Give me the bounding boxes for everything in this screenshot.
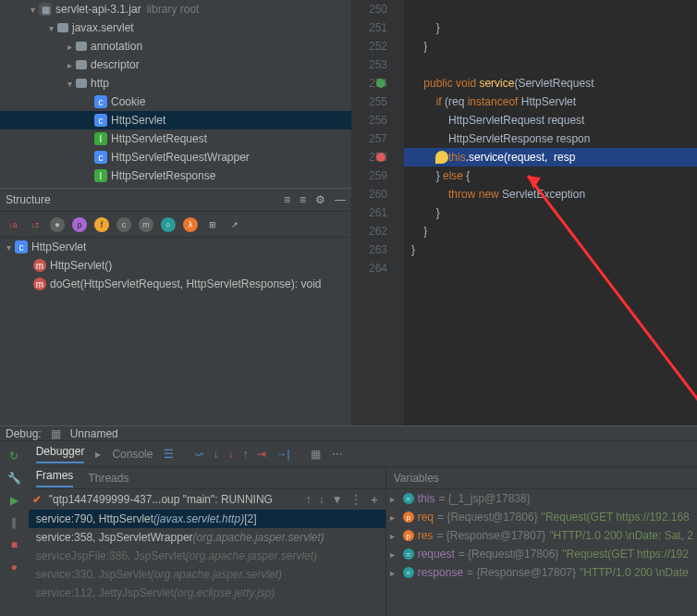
stack-frame[interactable]: service:330, JspServlet (org.apache.jasp… (29, 565, 385, 584)
threads-icon[interactable]: ☰ (164, 448, 174, 461)
run-to-cursor-button[interactable]: →| (275, 448, 289, 461)
stop-button[interactable]: ■ (6, 537, 21, 552)
drop-frame-button[interactable]: ⇥ (257, 448, 266, 461)
gutter-line[interactable]: 257 (352, 129, 387, 148)
resume-button[interactable]: ▶ (6, 493, 21, 508)
chevron-right-icon[interactable] (65, 42, 74, 52)
chevron-right-icon[interactable]: ▸ (390, 568, 399, 578)
filter-frames-button[interactable]: ▼ (332, 493, 343, 506)
gutter-line[interactable]: 263 (352, 240, 387, 259)
chevron-right-icon[interactable]: ▸ (390, 512, 399, 523)
thread-name[interactable]: "qtp1447499999-437...oup "main": RUNNING (49, 493, 299, 506)
code-line[interactable] (404, 55, 697, 74)
gutter-line[interactable]: 258 (352, 148, 387, 166)
chevron-down-icon[interactable] (28, 5, 37, 15)
chevron-right-icon[interactable]: ▸ (390, 494, 399, 504)
collapse-icon[interactable]: ≡ (300, 193, 306, 206)
pause-button[interactable]: ∥ (6, 515, 21, 530)
tab-threads[interactable]: Threads (88, 472, 128, 485)
gutter-line[interactable]: 254 (352, 74, 387, 92)
chevron-right-icon[interactable]: ▸ (390, 549, 399, 560)
gutter-line[interactable]: 264 (352, 259, 387, 277)
editor-gutter[interactable]: 2502512522532542552562572582592602612622… (352, 0, 404, 425)
breakpoint-icon[interactable] (376, 153, 385, 162)
code-line[interactable]: } (404, 37, 697, 55)
view-breakpoints-button[interactable]: ● (6, 560, 21, 574)
structure-class[interactable]: HttpServlet (31, 240, 86, 253)
stack-frame[interactable]: service:790, HttpServlet (javax.servlet.… (29, 510, 385, 528)
code-line[interactable]: } (404, 18, 697, 37)
sort-az-icon[interactable]: ↓a (6, 217, 20, 232)
gutter-line[interactable]: 253 (352, 55, 387, 74)
code-line[interactable]: } (404, 240, 697, 259)
gutter-line[interactable]: 260 (352, 185, 387, 203)
filter-lambda-icon[interactable]: λ (183, 217, 198, 232)
chevron-down-icon[interactable] (65, 79, 74, 89)
chevron-down-icon[interactable] (4, 242, 13, 253)
tree-jar[interactable]: servlet-api-3.1.jar (55, 3, 141, 16)
project-tree[interactable]: ▦servlet-api-3.1.jarlibrary root javax.s… (0, 0, 351, 188)
tree-package[interactable]: javax.servlet (72, 21, 134, 34)
code-line[interactable]: public void service(ServletRequest (404, 74, 697, 92)
prev-frame-button[interactable]: ↑ (306, 493, 312, 506)
code-line[interactable]: } (404, 203, 697, 222)
gutter-line[interactable]: 250 (352, 0, 387, 18)
structure-tree[interactable]: cHttpServlet mHttpServlet() mdoGet(HttpS… (0, 238, 351, 425)
more-button[interactable]: ⋯ (332, 448, 343, 461)
stack-frame[interactable]: serviceJspFile:386, JspServlet (org.apac… (29, 547, 385, 565)
structure-member[interactable]: doGet(HttpServletRequest, HttpServletRes… (50, 277, 321, 290)
chevron-right-icon[interactable]: ▸ (390, 531, 399, 541)
chevron-right-icon[interactable] (65, 60, 74, 70)
variable-row[interactable]: ▸preq = {Request@17806} "Request(GET htt… (386, 508, 697, 526)
minimize-icon[interactable]: — (335, 193, 346, 206)
stack-frame[interactable]: service:112, JettyJspServlet (org.eclips… (29, 584, 385, 602)
gutter-line[interactable]: 256 (352, 111, 387, 129)
variable-row[interactable]: ▸=request = {Request@17806} "Request(GET… (386, 545, 697, 563)
filter-cyan-icon[interactable]: ○ (161, 217, 176, 232)
chevron-down-icon[interactable] (46, 23, 55, 33)
code-line[interactable] (404, 0, 697, 18)
variable-row[interactable]: ▸=response = {Response@17807} "HTTP/1.0 … (386, 563, 697, 582)
code-editor[interactable]: 2502512522532542552562572582592602612622… (352, 0, 697, 425)
code-line[interactable]: } (404, 222, 697, 240)
code-line[interactable]: if (req instanceof HttpServlet (404, 92, 697, 111)
more-frames-button[interactable]: ⋮ (350, 493, 361, 506)
filter-icon[interactable]: ● (50, 217, 65, 232)
gear-icon[interactable]: ⚙ (315, 193, 325, 206)
gutter-line[interactable]: 251 (352, 18, 387, 37)
gutter-line[interactable]: 261 (352, 203, 387, 222)
tab-debugger[interactable]: Debugger (36, 445, 85, 463)
stack-frame[interactable]: service:358, JspServletWrapper (org.apac… (29, 528, 385, 547)
step-into-button[interactable]: ↓ (213, 448, 218, 461)
filter-m-icon[interactable]: m (139, 217, 153, 232)
tab-frames[interactable]: Frames (36, 469, 74, 487)
filter-anon-icon[interactable]: ⊞ (205, 217, 220, 232)
tree-folder[interactable]: descriptor (91, 58, 140, 71)
rerun-button[interactable]: ↻ (6, 449, 21, 463)
add-button[interactable]: ＋ (369, 492, 380, 508)
next-frame-button[interactable]: ↓ (319, 493, 324, 506)
breakpoint-icon[interactable] (376, 79, 385, 88)
expand-icon[interactable]: ≡ (284, 193, 290, 206)
gutter-line[interactable]: 259 (352, 166, 387, 185)
gutter-line[interactable]: 252 (352, 37, 387, 55)
filter-f-icon[interactable]: f (94, 217, 109, 232)
configure-button[interactable]: 🔧 (6, 471, 21, 486)
tab-console[interactable]: Console (112, 448, 153, 461)
autoscroll-icon[interactable]: ↗ (227, 217, 242, 232)
tree-item-httpservletrequestwrapper[interactable]: cHttpServletRequestWrapper (0, 148, 351, 166)
structure-member[interactable]: HttpServlet() (50, 259, 112, 272)
gutter-line[interactable]: 255 (352, 92, 387, 111)
sort-za-icon[interactable]: ↓z (28, 217, 43, 232)
run-config-name[interactable]: Unnamed (70, 427, 118, 440)
tree-item-cookie[interactable]: cCookie (0, 92, 351, 111)
force-step-into-button[interactable]: ↓ (227, 448, 233, 461)
gutter-line[interactable]: 262 (352, 222, 387, 240)
tree-item-httpservletresponse[interactable]: IHttpServletResponse (0, 166, 351, 185)
variable-row[interactable]: ▸=this = {_1_jsp@17838} (386, 489, 697, 508)
tree-folder[interactable]: annotation (91, 40, 142, 53)
code-line[interactable]: } else { (404, 166, 697, 185)
step-over-button[interactable]: ⤻ (194, 448, 203, 461)
intention-bulb-icon[interactable] (435, 151, 448, 164)
tree-item-httpservletrequest[interactable]: IHttpServletRequest (0, 129, 351, 148)
